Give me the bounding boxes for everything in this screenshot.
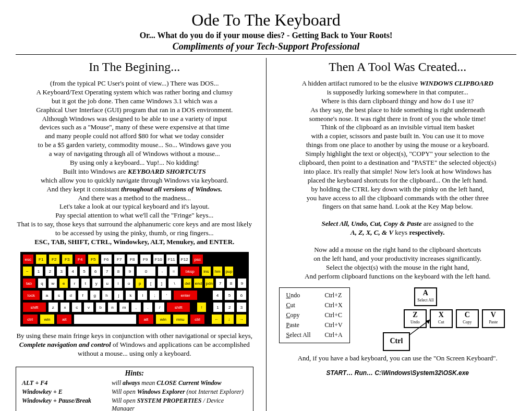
- key-v: VPaste: [482, 309, 505, 328]
- left-heading: In The Begining...: [16, 60, 253, 74]
- hints-box: Hints: ALT + F4will always mean CLOSE Cu…: [16, 367, 253, 411]
- compliments-line: Compliments of your Tech-Support Profess…: [16, 41, 516, 52]
- right-mouse-combo: Now add a mouse on the right hand to the…: [279, 246, 517, 281]
- osk-command: START… Run… C:\Windows\System32\OSK.exe: [279, 369, 517, 377]
- page-title: Ode To The Keyboard: [16, 10, 516, 30]
- right-body: A hidden artifact rumored to be the elus…: [279, 79, 517, 211]
- key-diagram: ASelect All ZUndo XCut CCopy VPaste Ctrl: [372, 287, 508, 350]
- arrow-icon: [405, 319, 436, 340]
- column-divider: [266, 58, 267, 411]
- right-column: Then A Tool Was Created... A hidden arti…: [279, 58, 517, 411]
- svg-line-0: [409, 320, 430, 335]
- two-column-layout: In The Begining... (from the typical PC …: [16, 58, 516, 411]
- header-rule: [16, 54, 516, 55]
- shortcuts-table: UndoCtrl+ZCutCtrl+XCopyCtrl+CPasteCtrl+V…: [285, 290, 344, 341]
- hints-table: ALT + F4will always mean CLOSE Current W…: [21, 379, 248, 411]
- left-column: In The Begining... (from the typical PC …: [16, 58, 253, 411]
- keyboard-diagram: escF1F2F3F4F5F6F7F8F9F10F11F12psc~123456…: [20, 252, 249, 327]
- left-body: (from the typical PC User's point of vie…: [16, 79, 253, 247]
- right-shortcut-assignment: Select All, Undo, Cut, Copy & Paste are …: [279, 220, 517, 237]
- key-c: CCopy: [456, 309, 479, 328]
- svg-marker-1: [426, 320, 430, 324]
- left-closing: By using these main fringe keys in conju…: [16, 332, 253, 358]
- shortcuts-box: UndoCtrl+ZCutCtrl+XCopyCtrl+CPasteCtrl+V…: [279, 287, 350, 343]
- page-subtitle: Or... What do you do if your mouse dies?…: [16, 31, 516, 40]
- right-heading: Then A Tool Was Created...: [279, 60, 517, 74]
- osk-note: And, if you have a bad keyboard, you can…: [279, 354, 517, 362]
- hints-title: Hints:: [21, 369, 248, 378]
- key-a: ASelect All: [414, 287, 437, 306]
